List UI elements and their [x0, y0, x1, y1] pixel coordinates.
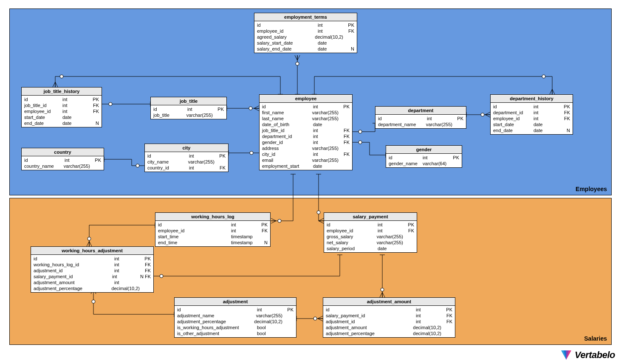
col-key: PK	[562, 104, 570, 109]
col-name: is_working_hours_adjustment	[177, 325, 257, 330]
col-name: id	[326, 307, 416, 312]
col-type: int	[313, 152, 341, 157]
col-key	[285, 331, 294, 336]
col-type: date	[62, 115, 90, 120]
col-type: int	[378, 222, 406, 227]
col-name: salary_end_date	[257, 46, 318, 51]
col-type: decimal(10,2)	[413, 331, 444, 336]
col-key: PK	[90, 97, 99, 102]
col-type: varchar(255)	[64, 164, 93, 169]
table-row: job_title_idintFK	[260, 127, 352, 133]
table-gender[interactable]: genderidintPKgender_namevarchar(64)	[386, 145, 462, 168]
col-type: int	[65, 158, 93, 163]
col-key	[562, 122, 570, 127]
col-name: first_name	[262, 110, 312, 115]
col-name: id	[147, 153, 189, 158]
col-name: job_title_id	[262, 128, 313, 133]
col-name: email	[262, 158, 312, 163]
table-row: last_namevarchar(255)	[260, 116, 352, 121]
col-key: FK	[259, 228, 268, 233]
col-key	[142, 286, 151, 291]
table-row: start_datedate	[491, 121, 573, 127]
table-row: idintPK	[254, 22, 357, 28]
col-name: id	[257, 23, 318, 28]
table-employment_terms[interactable]: employment_termsidintPKemployee_idintFKa…	[254, 13, 357, 53]
col-key	[451, 161, 459, 166]
table-city[interactable]: cityidintPKcity_namevarchar(255)country_…	[144, 144, 229, 172]
col-key: FK	[142, 268, 151, 273]
table-job_title_history[interactable]: job_title_historyidintPKjob_title_idintF…	[21, 87, 102, 127]
col-key: FK	[341, 134, 350, 139]
col-type: int	[114, 262, 142, 267]
col-type: int	[318, 28, 346, 34]
table-working_hours_adjustment[interactable]: working_hours_adjustmentidintPKworking_h…	[31, 246, 154, 293]
col-name: start_date	[24, 115, 62, 120]
table-employee[interactable]: employeeidintPKfirst_namevarchar(255)las…	[259, 94, 353, 170]
table-header: department_history	[491, 95, 573, 103]
col-key: PK	[346, 23, 354, 28]
col-key: PK	[444, 307, 452, 312]
col-type: varchar(255)	[188, 159, 217, 164]
table-row: employment_startdate	[260, 163, 352, 169]
table-row: idintPK	[31, 256, 153, 262]
col-key	[341, 164, 350, 169]
table-salary_payment[interactable]: salary_paymentidintPKemployee_idintFKgro…	[324, 212, 417, 253]
table-row: end_datedateN	[22, 120, 102, 126]
table-department_history[interactable]: department_historyidintPKdepartment_idin…	[490, 94, 573, 135]
table-row: idintPK	[145, 153, 228, 159]
col-type: varchar(255)	[312, 110, 341, 115]
table-row: country_idintFK	[145, 165, 228, 171]
col-key	[285, 313, 294, 318]
col-type: date	[318, 40, 346, 45]
table-row: working_hours_log_idintFK	[31, 262, 153, 268]
table-adjustment[interactable]: adjustmentidintPKadjustment_namevarchar(…	[174, 297, 296, 338]
table-job_title[interactable]: job_titleidintPKjob_titlevarchar(255)	[150, 97, 227, 119]
col-key	[217, 159, 226, 164]
table-row: idintPK	[323, 307, 455, 313]
table-row: end_datedateN	[491, 127, 573, 133]
col-name: salary_payment_id	[326, 313, 416, 318]
col-type: date	[313, 122, 341, 127]
col-key: PK	[217, 153, 226, 158]
table-adjustment_amount[interactable]: adjustment_amountidintPKsalary_payment_i…	[323, 297, 455, 338]
table-header: working_hours_log	[155, 213, 270, 221]
col-type: timestamp	[231, 240, 259, 245]
col-name: city_name	[147, 159, 188, 164]
col-name: end_date	[493, 128, 533, 133]
col-key	[341, 116, 350, 121]
col-type: int	[416, 313, 444, 318]
table-header: adjustment_amount	[323, 298, 455, 306]
table-row: gender_namevarchar(64)	[386, 161, 462, 166]
col-type: date	[378, 246, 406, 251]
col-name: employee_id	[327, 228, 378, 233]
col-type: varchar(255)	[377, 240, 406, 245]
table-row: addressvarchar(255)	[260, 145, 352, 151]
col-key: PK	[142, 256, 151, 261]
vertabelo-logo-text: Vertabelo	[575, 350, 615, 361]
col-name: adjustment_amount	[34, 280, 114, 285]
col-key	[285, 319, 294, 324]
table-header: gender	[386, 146, 462, 154]
table-header: job_title_history	[22, 87, 102, 96]
col-type: int	[231, 222, 259, 227]
table-row: city_idintFK	[260, 151, 352, 157]
table-row: date_of_birthdate	[260, 121, 352, 127]
col-type: int	[112, 274, 140, 279]
table-row: salary_perioddate	[324, 245, 417, 251]
col-key: FK	[217, 165, 226, 170]
table-country[interactable]: countryidintPKcountry_namevarchar(255)	[21, 148, 104, 170]
col-key: N	[346, 46, 354, 51]
col-key: PK	[451, 155, 459, 160]
col-name: gross_salary	[327, 234, 377, 239]
table-row: adjustment_percentagedecimal(10,2)	[175, 319, 296, 324]
table-department[interactable]: departmentidintPKdepartment_namevarchar(…	[375, 106, 466, 129]
col-key: FK	[90, 109, 99, 114]
col-type: date	[62, 121, 90, 126]
table-working_hours_log[interactable]: working_hours_logidintPKemployee_idintFK…	[155, 212, 271, 247]
col-key	[406, 234, 414, 239]
col-name: start_date	[493, 122, 533, 127]
col-key	[341, 110, 350, 115]
col-type: int	[62, 109, 90, 114]
table-row: idintPK	[491, 104, 573, 110]
zone-employees-label: Employees	[576, 186, 607, 192]
